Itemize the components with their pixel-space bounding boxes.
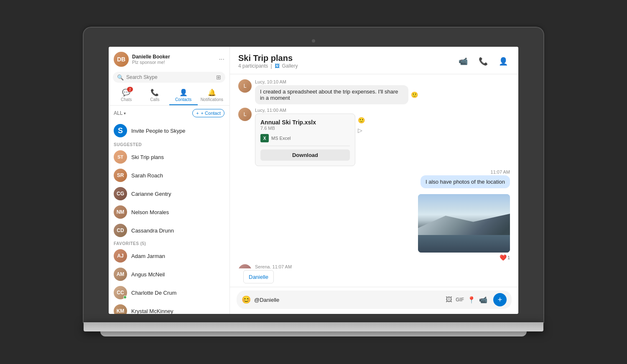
sidebar-actions: ALL ▾ + + Contact: [109, 106, 229, 121]
header-actions: 📹 📞 👤: [456, 55, 510, 68]
lucy-msg-content: Lucy, 10:10 AM I created a spreadsheet a…: [255, 79, 418, 104]
serena-msg-row: S Serena, 11:07 AM Wow this location is …: [238, 264, 510, 268]
tab-calls[interactable]: 📞 Calls: [140, 86, 169, 105]
angus-name: Angus McNeil: [131, 271, 165, 278]
video-attach-icon[interactable]: 📹: [479, 296, 487, 304]
adam-avatar: AJ: [114, 249, 127, 263]
plus-icon: +: [196, 111, 199, 116]
add-contact-button[interactable]: + + Contact: [192, 109, 224, 117]
contact-angus[interactable]: AM Angus McNeil: [109, 265, 229, 283]
file-message-row: L Lucy, 11:00 AM Annual Ski Trip.xslx 7.…: [238, 108, 510, 166]
file-name: Annual Ski Trip.xslx: [260, 119, 350, 126]
outgoing-bubble: I also have photos of the location: [421, 175, 510, 188]
mention-suggestion[interactable]: Danielle: [243, 270, 274, 283]
input-actions: 🖼 GIF 📍 📹: [446, 296, 487, 304]
contact-cassandra[interactable]: CD Cassandra Drunn: [109, 221, 229, 240]
subtitle-divider: |: [270, 63, 272, 69]
tab-notifications-label: Notifications: [201, 97, 223, 102]
ski-trip-avatar: ST: [114, 150, 127, 164]
angus-avatar: AM: [114, 268, 127, 281]
search-bar[interactable]: 🔍 ⊞: [113, 72, 225, 83]
notifications-icon: 🔔: [208, 88, 216, 96]
krystal-name: Krystal McKinney: [131, 308, 173, 314]
contact-adam[interactable]: AJ Adam Jarman: [109, 247, 229, 265]
screen-bezel: DB Danielle Booker Plz sponsor me! ··· 🔍…: [84, 28, 543, 322]
emoji-button[interactable]: 😊: [242, 295, 251, 304]
mention-name: Danielle: [249, 274, 268, 280]
lucy-msg-bubble: I created a spreadsheet about the trip e…: [255, 85, 408, 104]
all-filter[interactable]: ALL ▾: [114, 110, 126, 116]
nelson-name: Nelson Morales: [131, 209, 169, 215]
gallery-label: Gallery: [282, 63, 298, 69]
tab-contacts-label: Contacts: [175, 97, 191, 102]
chat-title: Ski Trip plans: [238, 53, 298, 63]
chat-area: Ski Trip plans 4 participants | 🖼 Galler…: [230, 47, 518, 314]
reaction-row: ❤️ 1: [500, 254, 510, 261]
video-call-button[interactable]: 📹: [456, 55, 470, 68]
tab-notifications[interactable]: 🔔 Notifications: [198, 86, 226, 105]
more-options-icon[interactable]: ···: [219, 56, 224, 63]
image-attach-icon[interactable]: 🖼: [446, 296, 452, 303]
voice-call-button[interactable]: 📞: [477, 55, 490, 68]
chat-subtitle: 4 participants | 🖼 Gallery: [238, 63, 298, 69]
emoji-react-icon[interactable]: 🙂: [411, 91, 418, 98]
file-type-row: X MS Excel: [260, 134, 350, 146]
file-msg-meta: Lucy, 11:00 AM: [255, 108, 365, 113]
contact-krystal[interactable]: KM Krystal McKinney: [109, 302, 229, 314]
contact-sarah[interactable]: SR Sarah Roach: [109, 166, 229, 185]
download-button[interactable]: Download: [260, 149, 350, 161]
profile-initials: DB: [117, 56, 125, 63]
contact-ski-trip[interactable]: ST Ski Trip plans: [109, 148, 229, 166]
mention-suggestion-area: Danielle: [230, 268, 518, 287]
message-row: L Lucy, 10:10 AM I created a spreadsheet…: [238, 79, 510, 104]
chat-header-left: Ski Trip plans 4 participants | 🖼 Galler…: [238, 53, 298, 69]
carianne-avatar: CG: [114, 187, 127, 200]
ski-trip-name: Ski Trip plans: [131, 154, 164, 160]
chevron-down-icon: ▾: [124, 111, 126, 116]
favorites-section-label: FAVORITES (5): [109, 240, 229, 247]
file-forward-icon[interactable]: ▷: [358, 127, 365, 134]
tab-contacts[interactable]: 👤 Contacts: [169, 86, 198, 105]
send-button[interactable]: +: [493, 293, 507, 306]
suggested-section-label: SUGGESTED: [109, 141, 229, 148]
contact-nelson[interactable]: NM Nelson Morales: [109, 203, 229, 221]
carianne-name: Carianne Gentry: [131, 191, 171, 197]
file-emoji-icon[interactable]: 🙂: [358, 117, 365, 124]
contact-carianne[interactable]: CG Carianne Gentry: [109, 185, 229, 203]
add-people-button[interactable]: 👤: [497, 55, 510, 68]
search-input[interactable]: [126, 74, 214, 80]
search-icon: 🔍: [117, 74, 124, 81]
chat-header: Ski Trip plans 4 participants | 🖼 Galler…: [230, 47, 518, 74]
cassandra-name: Cassandra Drunn: [131, 228, 174, 234]
profile-avatar: DB: [114, 52, 129, 67]
ski-image: [418, 194, 510, 253]
contacts-icon: 👤: [179, 88, 188, 96]
contact-charlotte[interactable]: CC Charlotte De Crum: [109, 283, 229, 302]
location-icon[interactable]: 📍: [467, 296, 476, 304]
cassandra-avatar: CD: [114, 224, 127, 237]
file-type-label: MS Excel: [271, 136, 291, 141]
laptop-container: DB Danielle Booker Plz sponsor me! ··· 🔍…: [84, 28, 543, 336]
gif-icon[interactable]: GIF: [456, 297, 464, 303]
tab-chats[interactable]: 💬 2 Chats: [112, 86, 140, 105]
outgoing-image-row: ❤️ 1: [238, 192, 510, 261]
reaction-count: 1: [507, 255, 510, 260]
input-row: 😊 🖼 GIF 📍 📹 +: [237, 291, 512, 309]
filter-label: ALL: [114, 110, 122, 116]
outgoing-text-row: 11:07 AM I also have photos of the locat…: [238, 169, 510, 188]
serena-msg-meta: Serena, 11:07 AM: [255, 264, 404, 268]
outgoing-image-content: ❤️ 1: [418, 192, 510, 261]
serena-avatar: S: [238, 264, 252, 268]
chats-badge: 2: [127, 87, 133, 92]
file-card: Annual Ski Trip.xslx 7.6 MB X MS Excel D…: [255, 114, 355, 166]
chats-icon: 💬 2: [122, 88, 130, 96]
messages-area[interactable]: L Lucy, 10:10 AM I created a spreadsheet…: [230, 74, 518, 268]
message-input[interactable]: [254, 297, 442, 303]
serena-msg-content: Serena, 11:07 AM Wow this location is go…: [255, 264, 404, 268]
invite-item[interactable]: S Invite People to Skype: [109, 121, 229, 141]
sidebar: DB Danielle Booker Plz sponsor me! ··· 🔍…: [109, 47, 230, 314]
outgoing-text-content: 11:07 AM I also have photos of the locat…: [421, 169, 510, 188]
nelson-avatar: NM: [114, 205, 127, 219]
laptop-screen: DB Danielle Booker Plz sponsor me! ··· 🔍…: [109, 47, 518, 314]
grid-icon[interactable]: ⊞: [216, 74, 221, 81]
